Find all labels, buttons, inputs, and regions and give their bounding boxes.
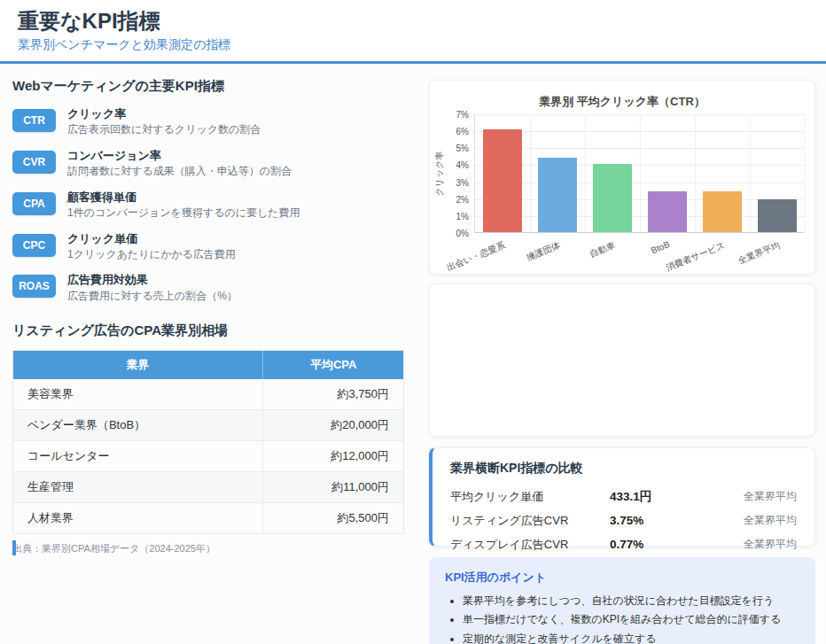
table-column-header: 業界 [13,351,263,380]
kpi-text: コンバージョン率訪問者数に対する成果（購入・申込等）の割合 [67,149,292,179]
table-header-row: 業界平均CPA [13,351,404,380]
kpi-item: CPA顧客獲得単価1件のコンバージョンを獲得するのに要した費用 [12,190,404,221]
comparison-metric-value: 3.75% [610,514,744,527]
cpa-value-cell: 約11,000円 [263,472,404,503]
cpa-value-cell: 約5,500円 [263,503,404,534]
kpi-badge: ROAS [12,275,56,298]
table-row: 人材業界約5,500円 [13,503,404,534]
kpi-text: 広告費用対効果広告費用に対する売上の割合（%） [67,273,238,303]
kpi-description: 訪問者数に対する成果（購入・申込等）の割合 [67,165,292,179]
bar-2 [593,164,632,232]
points-list: 業界平均を参考にしつつ、自社の状況に合わせた目標設定を行う単一指標だけでなく、複… [445,594,799,644]
kpi-section-heading: Webマーケティングの主要KPI指標 [12,78,404,95]
kpi-comparison-card: 業界横断KPI指標の比較 平均クリック単価433.1円全業界平均リスティング広告… [429,447,815,547]
kpi-description: 1クリックあたりにかかる広告費用 [67,248,236,262]
comparison-scope-note: 全業界平均 [744,513,797,528]
y-axis-tick: 3% [456,177,469,187]
comparison-metric-value: 0.77% [610,538,744,551]
y-axis-tick: 7% [456,110,469,120]
y-axis-tick: 6% [456,127,469,136]
table-source-note: 出典：業界別CPA相場データ（2024-2025年） [12,542,404,555]
comparison-metric-label: リスティング広告CVR [450,513,610,529]
y-axis-tick: 1% [456,211,469,221]
comparison-metric-label: 平均クリック単価 [450,489,610,505]
kpi-item: ROAS広告費用対効果広告費用に対する売上の割合（%） [12,273,404,303]
chart-title: 業界別 平均クリック率（CTR） [430,81,814,110]
kpi-list: CTRクリック率広告表示回数に対するクリック数の割合CVRコンバージョン率訪問者… [12,107,404,303]
kpi-item: CTRクリック率広告表示回数に対するクリック数の割合 [12,107,404,137]
kpi-badge: CPC [12,234,56,257]
industry-cell: 人材業界 [13,503,263,534]
comparison-metric-label: ディスプレイ広告CVR [450,537,610,553]
cpa-benchmark-table: 業界平均CPA 美容業界約3,750円ベンダー業界（BtoB）約20,000円コ… [12,350,404,534]
kpi-item: CVRコンバージョン率訪問者数に対する成果（購入・申込等）の割合 [12,149,404,179]
comparison-metric-value: 433.1円 [610,489,744,505]
kpi-badge: CTR [12,109,56,132]
kpi-name: 広告費用対効果 [67,273,238,287]
kpi-name: コンバージョン率 [67,149,292,163]
industry-cell: 生産管理 [13,472,263,503]
cpa-section-heading-text: リスティング広告のCPA業界別相場 [12,322,228,339]
bar-5 [758,199,797,232]
point-item: 業界平均を参考にしつつ、自社の状況に合わせた目標設定を行う [463,594,799,609]
page-header: 重要なKPI指標 業界別ベンチマークと効果測定の指標 [0,0,826,64]
comparison-scope-note: 全業界平均 [744,489,797,504]
table-row: コールセンター約12,000円 [13,441,404,472]
ctr-chart-card: 業界別 平均クリック率（CTR） クリック率 0%1%2%3%4%5%6%7%出… [429,80,815,275]
industry-cell: 美容業界 [13,379,263,410]
comparison-row: ディスプレイ広告CVR0.77%全業界平均 [450,532,797,556]
point-item: 定期的な測定と改善サイクルを確立する [463,632,799,644]
y-axis-tick: 4% [456,160,469,170]
kpi-document-page: 重要なKPI指標 業界別ベンチマークと効果測定の指標 Webマーケティングの主要… [0,0,826,644]
y-axis-tick: 5% [456,144,469,153]
heading-accent-bar [12,540,16,555]
empty-placeholder-card [429,283,815,437]
v-gridline [640,114,641,232]
kpi-badge: CVR [12,151,56,174]
y-axis-label: クリック率 [433,151,446,196]
v-gridline [695,114,696,232]
comparison-scope-note: 全業界平均 [744,537,797,552]
points-heading: KPI活用のポイント [445,570,799,586]
left-column: Webマーケティングの主要KPI指標 CTRクリック率広告表示回数に対するクリッ… [12,78,404,555]
y-axis-tick: 0% [456,229,469,238]
kpi-item: CPCクリック単価1クリックあたりにかかる広告費用 [12,232,404,262]
cpa-section-heading: リスティング広告のCPA業界別相場 [12,322,404,339]
v-gridline [530,114,531,232]
kpi-name: 顧客獲得単価 [67,190,300,205]
v-gridline [585,114,586,232]
point-item: 単一指標だけでなく、複数のKPIを組み合わせて総合的に評価する [463,612,799,627]
industry-cell: コールセンター [13,441,263,472]
comparison-row: リスティング広告CVR3.75%全業界平均 [450,508,797,532]
bar-0 [483,129,522,232]
cpa-value-cell: 約3,750円 [263,379,404,410]
kpi-name: クリック率 [67,107,261,121]
kpi-text: クリック単価1クリックあたりにかかる広告費用 [67,232,236,262]
v-gridline [805,114,806,232]
table-column-header: 平均CPA [263,351,404,380]
cpa-value-cell: 約12,000円 [263,441,404,472]
comparison-rows: 平均クリック単価433.1円全業界平均リスティング広告CVR3.75%全業界平均… [450,485,797,556]
table-row: 美容業界約3,750円 [13,379,404,410]
kpi-description: 1件のコンバージョンを獲得するのに要した費用 [67,206,300,221]
page-subtitle: 業界別ベンチマークと効果測定の指標 [18,37,826,53]
table-row: ベンダー業界（BtoB）約20,000円 [13,410,404,441]
industry-cell: ベンダー業界（BtoB） [13,410,263,441]
kpi-text: クリック率広告表示回数に対するクリック数の割合 [67,107,261,137]
kpi-section-heading-text: Webマーケティングの主要KPI指標 [12,78,224,95]
comparison-heading: 業界横断KPI指標の比較 [450,461,797,477]
kpi-description: 広告表示回数に対するクリック数の割合 [67,123,261,137]
table-row: 生産管理約11,000円 [13,472,404,503]
kpi-points-box: KPI活用のポイント 業界平均を参考にしつつ、自社の状況に合わせた目標設定を行う… [429,557,815,644]
bar-chart-plot-area: クリック率 0%1%2%3%4%5%6%7%出会い・恋愛系擁護団体自動車BtoB… [474,114,804,233]
page-title: 重要なKPI指標 [18,7,826,35]
bar-3 [648,191,687,232]
v-gridline [750,114,751,232]
bar-1 [538,158,577,232]
y-axis-tick: 2% [456,194,469,204]
right-column: 業界別 平均クリック率（CTR） クリック率 0%1%2%3%4%5%6%7%出… [429,80,815,644]
kpi-description: 広告費用に対する売上の割合（%） [67,290,238,304]
bar-4 [703,191,742,232]
comparison-row: 平均クリック単価433.1円全業界平均 [450,485,797,508]
kpi-badge: CPA [12,192,56,215]
